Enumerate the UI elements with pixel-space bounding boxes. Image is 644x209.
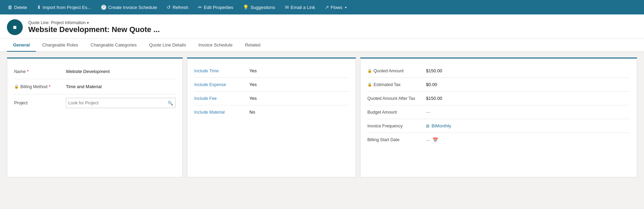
- invoice-frequency-link[interactable]: BiMonthly: [432, 123, 451, 128]
- toolbar: 🗑 Delete ⬇ Import from Project Es... 🕐 C…: [0, 0, 644, 14]
- project-search-input[interactable]: [68, 101, 168, 105]
- right-card: 🔒 Quoted Amount $150.00 🔒 Estimated Tax …: [360, 58, 637, 177]
- app-logo: ■: [7, 19, 23, 35]
- name-field-row: Name * Website Development: [14, 64, 176, 79]
- page-title: Website Development: New Quote ...: [28, 25, 160, 34]
- name-label: Name *: [14, 69, 66, 74]
- estimated-tax-label: 🔒 Estimated Tax: [367, 82, 426, 87]
- breadcrumb-chevron-icon: ▾: [87, 21, 89, 25]
- edit-properties-icon: ✏: [198, 4, 202, 10]
- billing-start-date-calendar-icon[interactable]: 📅: [433, 137, 438, 143]
- tab-quote-line-details[interactable]: Quote Line Details: [143, 39, 192, 52]
- import-button[interactable]: ⬇ Import from Project Es...: [32, 0, 96, 14]
- billing-method-label: 🔒 Billing Method *: [14, 84, 66, 89]
- include-time-value: Yes: [249, 68, 257, 73]
- import-icon: ⬇: [37, 4, 41, 10]
- suggestions-button[interactable]: 💡 Suggestions: [238, 0, 280, 14]
- refresh-button[interactable]: ↺ Refresh: [162, 0, 193, 14]
- billing-start-date-row: Billing Start Date --- 📅: [367, 133, 630, 147]
- invoice-frequency-row: Invoice Frequency ⊞ BiMonthly: [367, 119, 630, 133]
- estimated-tax-row: 🔒 Estimated Tax $0.00: [367, 78, 630, 92]
- include-expense-label: Include Expense: [194, 82, 249, 87]
- billing-start-date-text: ---: [426, 137, 430, 143]
- flows-chevron-icon: ▾: [345, 6, 347, 9]
- header-area: ■ Quote Line: Project Information ▾ Webs…: [0, 14, 644, 39]
- include-material-value: No: [249, 109, 255, 115]
- include-expense-value: Yes: [249, 82, 257, 87]
- include-material-row: Include Material No: [194, 105, 349, 119]
- include-time-row: Include Time Yes: [194, 64, 349, 78]
- budget-amount-label: Budget Amount: [367, 110, 426, 115]
- include-fee-row: Include Fee Yes: [194, 92, 349, 105]
- invoice-frequency-label: Invoice Frequency: [367, 124, 426, 128]
- header-title-area: Quote Line: Project Information ▾ Websit…: [28, 20, 160, 34]
- quoted-amount-after-tax-value: $150.00: [426, 96, 630, 101]
- delete-icon: 🗑: [8, 4, 12, 10]
- name-value: Website Development: [66, 69, 176, 74]
- include-expense-row: Include Expense Yes: [194, 78, 349, 92]
- billing-method-lock-icon: 🔒: [14, 84, 19, 89]
- estimated-tax-value: $0.00: [426, 82, 630, 87]
- tab-related[interactable]: Related: [239, 39, 267, 52]
- edit-properties-button[interactable]: ✏ Edit Properties: [193, 0, 238, 14]
- main-content: Name * Website Development 🔒 Billing Met…: [0, 52, 644, 183]
- quoted-amount-after-tax-row: Quoted Amount After Tax $150.00: [367, 92, 630, 105]
- flows-button[interactable]: ↗ Flows ▾: [320, 0, 351, 14]
- project-search-icon[interactable]: 🔍: [168, 101, 173, 106]
- budget-amount-row: Budget Amount ---: [367, 105, 630, 119]
- project-label: Project: [14, 101, 66, 105]
- billing-method-field-row: 🔒 Billing Method * Time and Material: [14, 79, 176, 94]
- middle-card: Include Time Yes Include Expense Yes Inc…: [187, 58, 356, 177]
- billing-method-value: Time and Material: [66, 84, 176, 89]
- logo-icon: ■: [13, 24, 17, 31]
- project-field-row: Project 🔍: [14, 94, 176, 112]
- invoice-frequency-link-icon: ⊞: [426, 124, 429, 128]
- name-required-star: *: [27, 69, 29, 74]
- include-material-label: Include Material: [194, 110, 249, 115]
- tab-chargeable-categories[interactable]: Chargeable Categories: [85, 39, 143, 52]
- budget-amount-value: ---: [426, 109, 630, 115]
- suggestions-icon: 💡: [243, 4, 249, 10]
- tab-invoice-schedule[interactable]: Invoice Schedule: [192, 39, 239, 52]
- breadcrumb[interactable]: Quote Line: Project Information ▾: [28, 20, 160, 25]
- project-search-wrap[interactable]: 🔍: [66, 98, 176, 108]
- flows-icon: ↗: [325, 4, 329, 10]
- tabs-bar: General Chargeable Roles Chargeable Cate…: [0, 39, 644, 52]
- include-time-label: Include Time: [194, 69, 249, 73]
- quoted-amount-lock-icon: 🔒: [367, 69, 372, 73]
- refresh-icon: ↺: [167, 4, 171, 10]
- tab-general[interactable]: General: [7, 39, 36, 52]
- billing-start-date-value: --- 📅: [426, 137, 630, 143]
- billing-method-required-star: *: [49, 84, 51, 89]
- quoted-amount-row: 🔒 Quoted Amount $150.00: [367, 64, 630, 78]
- billing-start-date-label: Billing Start Date: [367, 137, 426, 142]
- delete-button[interactable]: 🗑 Delete: [3, 0, 32, 14]
- include-fee-value: Yes: [249, 96, 257, 101]
- include-fee-label: Include Fee: [194, 96, 249, 101]
- create-invoice-button[interactable]: 🕐 Create Invoice Schedule: [96, 0, 162, 14]
- tab-chargeable-roles[interactable]: Chargeable Roles: [36, 39, 84, 52]
- invoice-frequency-value: ⊞ BiMonthly: [426, 123, 630, 128]
- estimated-tax-lock-icon: 🔒: [367, 82, 372, 87]
- create-invoice-icon: 🕐: [101, 4, 107, 10]
- left-card: Name * Website Development 🔒 Billing Met…: [7, 58, 183, 177]
- email-link-button[interactable]: ✉ Email a Link: [280, 0, 320, 14]
- email-link-icon: ✉: [285, 4, 289, 10]
- quoted-amount-label: 🔒 Quoted Amount: [367, 69, 426, 73]
- quoted-amount-after-tax-label: Quoted Amount After Tax: [367, 96, 426, 101]
- quoted-amount-value: $150.00: [426, 68, 630, 73]
